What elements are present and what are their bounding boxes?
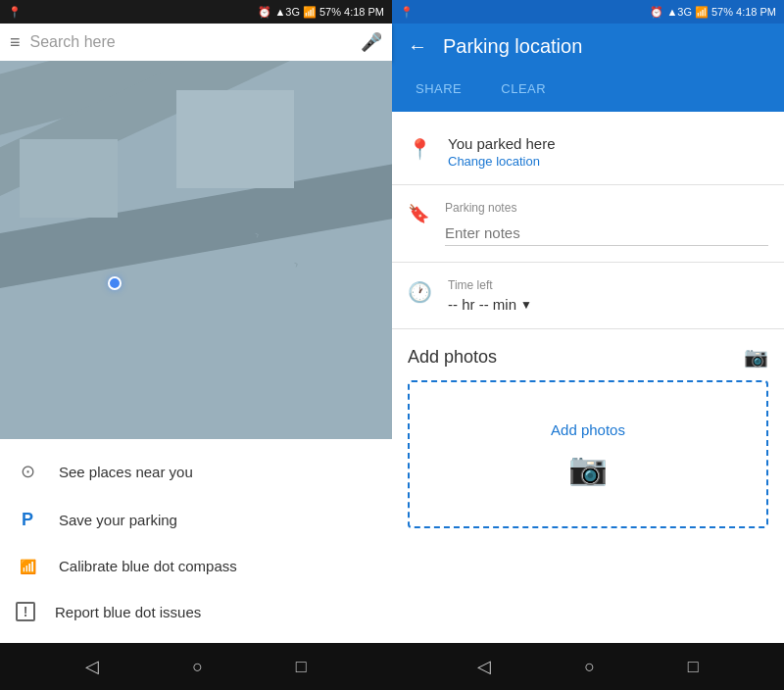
location-section: 📍 You parked here Change location — [392, 127, 784, 185]
you-parked-text: You parked here — [448, 135, 556, 152]
time-dropdown-arrow: ▼ — [520, 298, 532, 312]
time-clock-icon: 🕐 — [408, 280, 432, 304]
time-label: Time left — [448, 278, 768, 292]
time-section: 🕐 Time left -- hr -- min ▼ — [392, 263, 784, 329]
time-value-text: -- hr -- min — [448, 296, 516, 313]
recent-nav-btn-left[interactable]: □ — [288, 649, 315, 685]
left-status-icons: ⏰ ▲3G 📶 57% 4:18 PM — [258, 6, 384, 19]
location-pin-icon: 📍 — [8, 6, 22, 19]
notes-add-icon: 🔖 — [408, 203, 429, 224]
right-signal-icon: ▲3G — [666, 6, 692, 18]
microphone-icon[interactable]: 🎤 — [361, 31, 382, 53]
left-bottom-nav: ◁ ○ □ — [0, 643, 392, 690]
notes-label: Parking notes — [445, 201, 768, 215]
search-input[interactable]: Search here — [30, 33, 351, 51]
menu-items-list: ⊙ See places near you P Save your parkin… — [0, 439, 392, 643]
menu-item-issues[interactable]: ! Report blue dot issues — [0, 588, 392, 635]
time-display-right: 4:18 PM — [736, 6, 776, 18]
issues-icon: ! — [16, 602, 35, 621]
notes-content: Parking notes — [445, 201, 768, 246]
notes-input[interactable] — [445, 221, 768, 246]
add-photos-header: Add photos 📷 — [408, 345, 768, 369]
map-area: › › — [0, 61, 392, 439]
add-photos-title: Add photos — [408, 347, 497, 368]
camera-icon-large: 📷 — [568, 450, 608, 487]
change-location-link[interactable]: Change location — [448, 154, 556, 169]
time-value[interactable]: -- hr -- min ▼ — [448, 296, 768, 313]
signal-icon: ▲3G — [274, 6, 300, 18]
header-bar: ← Parking location — [392, 24, 784, 70]
right-status-left: 📍 — [400, 6, 414, 19]
issues-label: Report blue dot issues — [55, 604, 201, 620]
menu-item-places[interactable]: ⊙ See places near you — [0, 447, 392, 496]
parking-location-icon: 📍 — [408, 137, 432, 161]
blue-dot-location — [108, 276, 122, 290]
left-status-bar: 📍 ⏰ ▲3G 📶 57% 4:18 PM — [0, 0, 392, 24]
add-photo-header-icon[interactable]: 📷 — [744, 345, 768, 369]
recent-nav-btn-right[interactable]: □ — [680, 649, 707, 685]
location-text-group: You parked here Change location — [448, 135, 556, 169]
notes-section: 🔖 Parking notes — [392, 185, 784, 263]
photo-drop-zone[interactable]: Add photos 📷 — [408, 380, 768, 528]
right-panel: 📍 ⏰ ▲3G 📶 57% 4:18 PM ← Parking location… — [392, 0, 784, 690]
right-location-icon: 📍 — [400, 6, 414, 19]
right-wifi-icon: 📶 — [695, 6, 709, 19]
clear-button[interactable]: CLEAR — [493, 77, 554, 100]
back-nav-btn-right[interactable]: ◁ — [469, 648, 499, 685]
wifi-signal-icon: 📶 — [303, 6, 317, 19]
back-button[interactable]: ← — [408, 35, 427, 58]
left-panel: 📍 ⏰ ▲3G 📶 57% 4:18 PM ≡ Search here 🎤 › … — [0, 0, 392, 690]
right-status-bar: 📍 ⏰ ▲3G 📶 57% 4:18 PM — [392, 0, 784, 24]
menu-item-compass[interactable]: 📶 Calibrate blue dot compass — [0, 544, 392, 588]
menu-item-parking[interactable]: P Save your parking — [0, 496, 392, 544]
right-alarm-icon: ⏰ — [650, 6, 663, 19]
add-photos-section: Add photos 📷 Add photos 📷 — [392, 329, 784, 544]
time-content: Time left -- hr -- min ▼ — [448, 278, 768, 313]
back-nav-btn-left[interactable]: ◁ — [77, 648, 107, 685]
map-block-2 — [20, 139, 118, 218]
compass-label: Calibrate blue dot compass — [59, 558, 237, 574]
parking-p-icon: P — [16, 510, 39, 530]
right-bottom-nav: ◁ ○ □ — [392, 643, 784, 690]
right-battery-text: 57% — [711, 6, 733, 18]
places-label: See places near you — [59, 464, 193, 480]
places-icon: ⊙ — [16, 461, 39, 482]
compass-wifi-icon: 📶 — [16, 559, 39, 574]
home-nav-btn-right[interactable]: ○ — [576, 649, 603, 685]
home-nav-btn-left[interactable]: ○ — [184, 649, 211, 685]
share-button[interactable]: SHARE — [408, 77, 469, 100]
parking-label: Save your parking — [59, 512, 177, 528]
header-actions: SHARE CLEAR — [392, 70, 784, 112]
add-photos-zone-text: Add photos — [551, 421, 625, 438]
left-status-left: 📍 — [8, 6, 22, 19]
content-area: 📍 You parked here Change location 🔖 Park… — [392, 112, 784, 643]
hamburger-icon[interactable]: ≡ — [10, 32, 21, 53]
page-title: Parking location — [443, 35, 768, 58]
search-bar-container: ≡ Search here 🎤 — [0, 24, 392, 61]
right-status-icons: ⏰ ▲3G 📶 57% 4:18 PM — [650, 6, 776, 19]
map-block-1 — [176, 90, 294, 188]
time-display-left: 4:18 PM — [344, 6, 384, 18]
alarm-icon: ⏰ — [258, 6, 271, 19]
battery-text: 57% — [319, 6, 341, 18]
